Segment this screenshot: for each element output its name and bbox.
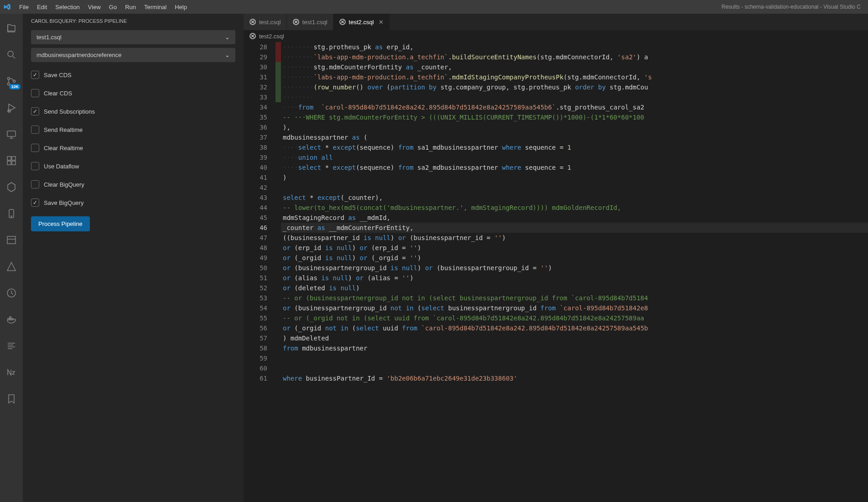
code-line[interactable]: mdbusinesspartner as ( (281, 132, 868, 142)
code-line[interactable]: ········ (281, 92, 868, 102)
code-line[interactable]: ((businesspartner_id is null) or (busine… (281, 233, 868, 243)
code-line[interactable]: ········`labs-app-mdm-production.a_techf… (281, 72, 868, 82)
lines-icon[interactable] (0, 335, 22, 357)
menu-help[interactable]: Help (171, 2, 191, 12)
option-save-bigquery[interactable]: Save BigQuery (28, 193, 238, 212)
option-label: Use Dataflow (44, 163, 79, 170)
option-label: Clear BigQuery (44, 181, 84, 188)
code-line[interactable]: ) mdmDeleted (281, 333, 868, 343)
source-control-icon[interactable]: 10K (0, 70, 22, 92)
svg-rect-8 (7, 161, 11, 165)
code-line[interactable]: or (erp_id is null) or (erp_id = '') (281, 243, 868, 253)
code-line[interactable]: -- or (_orgid not in (select uuid from `… (281, 313, 868, 323)
panel-icon[interactable] (0, 229, 22, 251)
run-debug-icon[interactable] (0, 97, 22, 119)
option-clear-bigquery[interactable]: Clear BigQuery (28, 175, 238, 193)
line-gutter: 2829303132333435363738394041424344454647… (244, 42, 275, 502)
menu-run[interactable]: Run (121, 2, 140, 12)
code-line[interactable]: _counter as __mdmCounterForEntity, (281, 223, 868, 233)
close-icon[interactable]: ✕ (379, 19, 384, 26)
menu-go[interactable]: Go (105, 2, 120, 12)
checkbox[interactable] (31, 107, 39, 115)
code-line[interactable]: or (alias is null) or (alias = '') (281, 273, 868, 283)
menu-bar: File Edit Selection View Go Run Terminal… (16, 2, 191, 12)
code-line[interactable]: -- lower(to_hex(md5(concat('mdbusinesspa… (281, 203, 868, 213)
checkbox[interactable] (31, 89, 39, 97)
svg-point-11 (11, 216, 12, 217)
menu-terminal[interactable]: Terminal (140, 2, 170, 12)
code-line[interactable]: ········stg.mdmCounterForEntity as _coun… (281, 62, 868, 72)
tab-test2-csql[interactable]: test2.csql✕ (333, 14, 390, 30)
checkbox[interactable] (31, 180, 39, 188)
file-dropdown-value: test1.csql (36, 34, 62, 41)
sidebar-title: Carol BigQuery: Process Pipeline (28, 18, 238, 24)
n2-icon[interactable] (0, 361, 22, 383)
svg-rect-9 (12, 161, 16, 165)
code-line[interactable]: or (deleted is null) (281, 283, 868, 293)
chevron-down-icon: ⌄ (225, 34, 230, 41)
code-line[interactable] (281, 183, 868, 193)
code-editor[interactable]: 2829303132333435363738394041424344454647… (244, 42, 868, 502)
azure-icon[interactable] (0, 256, 22, 277)
code-line[interactable]: ········(row_number() over (partition by… (281, 82, 868, 92)
code-line[interactable]: mdmStagingRecord as __mdmId, (281, 213, 868, 223)
option-save-cds[interactable]: Save CDS (28, 66, 238, 84)
checkbox[interactable] (31, 162, 39, 170)
file-icon (249, 18, 256, 26)
menu-view[interactable]: View (84, 2, 104, 12)
code-line[interactable]: from mdbusinesspartner (281, 343, 868, 353)
checkbox[interactable] (31, 199, 39, 207)
explorer-icon[interactable] (0, 17, 22, 39)
code-line[interactable]: ········stg.protheus_pk as erp_id, (281, 42, 868, 52)
extensions-icon[interactable] (0, 150, 22, 172)
code-line[interactable]: -- ···WHERE stg.mdmCounterForEntity > ((… (281, 112, 868, 122)
code-line[interactable]: or (businesspartnergroup_id is null) or … (281, 263, 868, 273)
breadcrumb[interactable]: test2.csql (244, 30, 868, 42)
option-label: Send Realtime (44, 126, 83, 133)
code-line[interactable]: or (businesspartnergroup_id not in (sele… (281, 303, 868, 313)
tab-test1-csql[interactable]: test1.csql (287, 14, 333, 30)
file-dropdown[interactable]: test1.csql ⌄ (31, 30, 235, 44)
code-lines[interactable]: ········stg.protheus_pk as erp_id,······… (281, 42, 868, 502)
option-use-dataflow[interactable]: Use Dataflow (28, 157, 238, 175)
code-line[interactable]: or (_orgid is null) or (_orgid = '') (281, 253, 868, 263)
option-send-realtime[interactable]: Send Realtime (28, 120, 238, 139)
device-icon[interactable] (0, 203, 22, 225)
code-line[interactable]: ····select * except(sequence) from sa2_m… (281, 162, 868, 173)
code-line[interactable]: -- or (businesspartnergroup_id not in (s… (281, 293, 868, 303)
menu-selection[interactable]: Selection (52, 2, 83, 12)
entity-dropdown[interactable]: mdbusinesspartnerdocreference ⌄ (31, 48, 235, 62)
checkbox[interactable] (31, 144, 39, 152)
code-line[interactable]: ····union all (281, 152, 868, 162)
code-line[interactable]: ····select * except(sequence) from sa1_m… (281, 142, 868, 152)
code-line[interactable] (281, 363, 868, 373)
code-line[interactable]: where businessPartner_Id = 'bb2e06b6a71e… (281, 373, 868, 383)
menu-edit[interactable]: Edit (33, 2, 51, 12)
code-line[interactable]: ········`labs-app-mdm-production.a_techf… (281, 52, 868, 62)
hex-icon[interactable] (0, 176, 22, 198)
option-label: Clear CDS (44, 90, 72, 97)
checkbox[interactable] (31, 126, 39, 134)
remote-explorer-icon[interactable] (0, 123, 22, 145)
vscode-logo-icon (4, 3, 11, 10)
menu-file[interactable]: File (16, 2, 32, 12)
option-send-subscriptions[interactable]: Send Subscriptions (28, 102, 238, 120)
timeline-icon[interactable] (0, 282, 22, 304)
search-icon[interactable] (0, 44, 22, 66)
checkbox[interactable] (31, 71, 39, 79)
option-clear-realtime[interactable]: Clear Realtime (28, 139, 238, 157)
code-line[interactable]: ), (281, 122, 868, 132)
bookmark-icon[interactable] (0, 388, 22, 410)
code-line[interactable] (281, 353, 868, 363)
tab-test-csql[interactable]: test.csql (244, 14, 287, 30)
code-line[interactable]: select * except(_counter), (281, 193, 868, 203)
code-line[interactable]: or (_orgid not in (select uuid from `car… (281, 323, 868, 333)
file-icon (292, 18, 300, 26)
process-pipeline-button[interactable]: Process Pipeline (31, 216, 90, 231)
option-clear-cds[interactable]: Clear CDS (28, 84, 238, 102)
docker-icon[interactable] (0, 309, 22, 330)
svg-rect-17 (10, 317, 11, 318)
code-line[interactable]: ) (281, 173, 868, 183)
code-line[interactable]: ····from `carol-895d84b7d51842e8a242.895… (281, 102, 868, 112)
breadcrumb-label: test2.csql (259, 33, 284, 40)
